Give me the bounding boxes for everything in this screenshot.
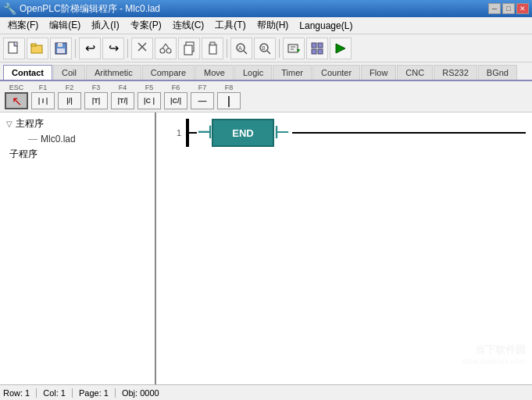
tab-flow[interactable]: Flow (361, 65, 396, 80)
grid-button[interactable] (306, 38, 328, 59)
menu-language[interactable]: Language(L) (295, 19, 357, 33)
mlc-file-item[interactable]: — Mlc0.lad (3, 132, 152, 146)
rung-number-1: 1 (162, 128, 181, 138)
esc-button[interactable]: ↖ (5, 92, 28, 109)
rung-line-1: ⊣ END ⊢ (186, 119, 526, 147)
copy-button[interactable] (178, 38, 200, 59)
tab-coil[interactable]: Coil (53, 65, 85, 80)
find2-button[interactable]: B (254, 38, 276, 59)
cut-button[interactable] (131, 38, 153, 59)
f3-button[interactable]: |T| (84, 92, 108, 109)
sep1 (75, 39, 76, 58)
f3-group: F3 |T| (84, 84, 108, 109)
svg-rect-5 (57, 48, 65, 53)
tab-cnc[interactable]: CNC (397, 65, 433, 80)
svg-line-10 (162, 44, 166, 48)
menu-tools[interactable]: 工具(T) (210, 17, 250, 34)
title-bar-controls[interactable]: ─ □ ✕ (488, 3, 529, 14)
expand-icon[interactable]: ▽ (6, 120, 12, 128)
svg-line-17 (244, 51, 247, 54)
f1-button[interactable]: | I | (31, 92, 55, 109)
sep2 (127, 39, 128, 58)
svg-rect-15 (210, 42, 215, 45)
mlc-file-label: Mlc0.lad (41, 134, 76, 145)
menu-file[interactable]: 档案(F) (3, 17, 43, 34)
f4-button[interactable]: |T/| (111, 92, 134, 109)
menu-project[interactable]: 专案(P) (126, 17, 166, 34)
f7-button[interactable]: — (191, 92, 214, 109)
f7-group: F7 — (191, 84, 214, 109)
svg-text:B: B (262, 45, 266, 51)
tab-rs232[interactable]: RS232 (434, 65, 477, 80)
menu-insert[interactable]: 插入(I) (87, 17, 123, 34)
tab-arithmetic[interactable]: Arithmetic (86, 65, 141, 80)
svg-rect-2 (31, 44, 36, 46)
scissors-button[interactable] (155, 38, 177, 59)
tab-bgnd[interactable]: BGnd (478, 65, 517, 80)
svg-text:A: A (238, 45, 242, 51)
tab-compare[interactable]: Compare (142, 65, 195, 80)
undo-button[interactable]: ↩ (79, 38, 101, 59)
menu-connect[interactable]: 连线(C) (168, 17, 209, 34)
right-bracket: ⊢ (274, 124, 289, 141)
svg-rect-29 (318, 49, 323, 54)
svg-rect-22 (288, 45, 298, 52)
open-button[interactable] (27, 38, 48, 59)
main-program-item[interactable]: ▽ 主程序 (3, 116, 152, 132)
app-icon: 🔧 (3, 2, 16, 15)
svg-rect-28 (312, 49, 316, 54)
save-button[interactable] (50, 38, 72, 59)
f5-button[interactable]: |C | (137, 92, 161, 109)
f6-label: F6 (172, 84, 180, 91)
sub-program-label: 子程序 (9, 148, 37, 161)
f7-label: F7 (198, 84, 207, 91)
svg-rect-27 (318, 43, 323, 48)
fkey-bar: ESC ↖ F1 | I | F2 |/| F3 |T| F4 |T/| F5 … (0, 81, 532, 112)
h-line-post (292, 132, 526, 134)
tab-timer[interactable]: Timer (273, 65, 312, 80)
minimize-button[interactable]: ─ (488, 3, 501, 14)
close-button[interactable]: ✕ (516, 3, 529, 14)
f1-label: F1 (39, 84, 48, 91)
menu-edit[interactable]: 编辑(E) (45, 17, 85, 34)
tab-bar: Contact Coil Arithmetic Compare Move Log… (0, 62, 532, 81)
f4-group: F4 |T/| (111, 84, 134, 109)
end-block[interactable]: END (212, 119, 274, 147)
toolbar: ↩ ↪ A B (0, 34, 532, 62)
sep4 (279, 39, 280, 58)
svg-point-9 (166, 48, 171, 53)
f3-label: F3 (92, 84, 101, 91)
f8-button[interactable]: | (217, 92, 241, 109)
svg-line-20 (267, 51, 270, 54)
menu-help[interactable]: 帮助(H) (252, 17, 294, 34)
paste-button[interactable] (202, 38, 223, 59)
program-tree: ▽ 主程序 — Mlc0.lad 子程序 (3, 116, 152, 162)
tab-logic[interactable]: Logic (234, 65, 272, 80)
f2-button[interactable]: |/| (58, 92, 81, 109)
monitor-button[interactable] (330, 38, 352, 59)
end-element[interactable]: ⊣ END ⊢ (197, 119, 289, 147)
left-panel: ▽ 主程序 — Mlc0.lad 子程序 (0, 112, 156, 384)
build-button[interactable] (283, 38, 305, 59)
esc-label: ESC (9, 84, 24, 91)
new-button[interactable] (3, 38, 25, 59)
svg-point-8 (160, 48, 165, 53)
tab-contact[interactable]: Contact (3, 65, 52, 80)
f2-group: F2 |/| (58, 84, 81, 109)
f6-group: F6 |C/| (164, 84, 187, 109)
redo-button[interactable]: ↪ (102, 38, 124, 59)
window-title: OpenPLC阶梯编辑程序 - Mlc0.lad (20, 2, 160, 16)
sub-program-item[interactable]: 子程序 (3, 146, 152, 162)
find-button[interactable]: A (230, 38, 252, 59)
tab-move[interactable]: Move (195, 65, 234, 80)
svg-rect-4 (58, 43, 62, 47)
svg-line-11 (166, 44, 169, 48)
restore-button[interactable]: □ (502, 3, 515, 14)
tab-counter[interactable]: Counter (312, 65, 360, 80)
right-panel[interactable]: 1 ⊣ END ⊢ 当下软件园 (156, 112, 532, 384)
f5-label: F5 (145, 84, 154, 91)
esc-group: ESC ↖ (5, 84, 28, 109)
sep3 (227, 39, 227, 58)
f4-label: F4 (119, 84, 127, 91)
f6-button[interactable]: |C/| (164, 92, 187, 109)
